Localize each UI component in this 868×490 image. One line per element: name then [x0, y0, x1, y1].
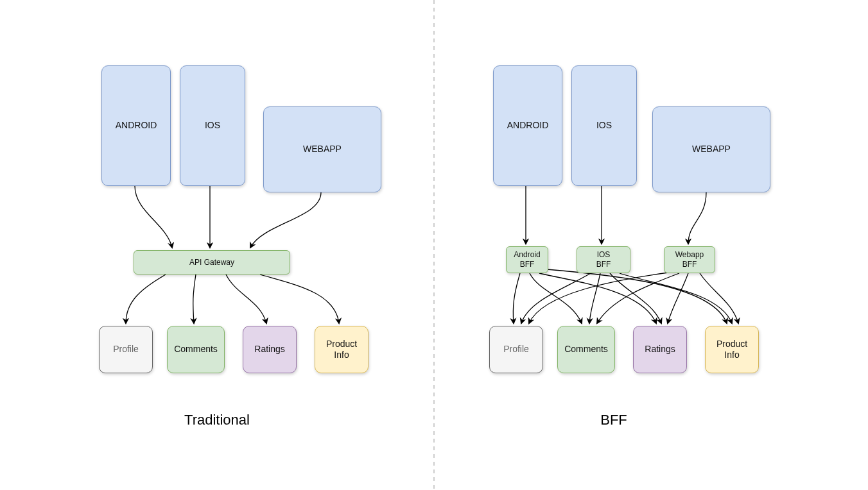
- right-service-comments: Comments: [557, 326, 615, 373]
- left-title: Traditional: [178, 412, 256, 428]
- node-label: Android BFF: [514, 250, 540, 269]
- right-bff-ios: IOS BFF: [577, 246, 630, 273]
- node-label: Comments: [174, 344, 218, 355]
- node-label: ANDROID: [116, 120, 157, 131]
- node-label: Comments: [564, 344, 608, 355]
- left-service-product: Product Info: [315, 326, 369, 373]
- node-label: WEBAPP: [692, 144, 731, 155]
- node-label: Profile: [503, 344, 529, 355]
- right-service-ratings: Ratings: [633, 326, 687, 373]
- right-bff-webapp: Webapp BFF: [664, 246, 715, 273]
- right-title: BFF: [588, 412, 639, 428]
- node-label: Ratings: [645, 344, 675, 355]
- right-client-webapp: WEBAPP: [652, 106, 770, 192]
- right-service-product: Product Info: [705, 326, 759, 373]
- node-label: Webapp BFF: [675, 250, 704, 269]
- node-label: IOS: [205, 120, 220, 131]
- node-label: Product Info: [326, 339, 357, 361]
- left-client-webapp: WEBAPP: [263, 106, 381, 192]
- node-label: Ratings: [254, 344, 284, 355]
- node-label: IOS: [596, 120, 612, 131]
- left-service-comments: Comments: [167, 326, 225, 373]
- left-client-ios: IOS: [180, 65, 245, 186]
- node-label: IOS BFF: [596, 250, 611, 269]
- node-label: Product Info: [716, 339, 747, 361]
- node-label: Profile: [113, 344, 139, 355]
- node-label: API Gateway: [189, 258, 234, 267]
- node-label: WEBAPP: [303, 144, 342, 155]
- left-client-android: ANDROID: [101, 65, 171, 186]
- right-client-ios: IOS: [571, 65, 637, 186]
- right-service-profile: Profile: [489, 326, 543, 373]
- left-service-profile: Profile: [99, 326, 153, 373]
- right-bff-android: Android BFF: [506, 246, 548, 273]
- left-api-gateway: API Gateway: [134, 250, 290, 275]
- left-service-ratings: Ratings: [243, 326, 297, 373]
- right-client-android: ANDROID: [493, 65, 562, 186]
- node-label: ANDROID: [507, 120, 549, 131]
